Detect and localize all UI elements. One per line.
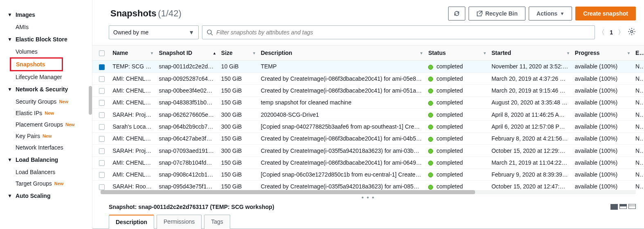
row-checkbox[interactable] bbox=[99, 160, 105, 166]
cell-snapshot-id: snap-07093aed191… bbox=[155, 145, 218, 156]
cell-description: Created by CreateImage(i-035f5a942018a36… bbox=[258, 181, 425, 190]
owner-filter-value: Owned by me bbox=[113, 29, 148, 36]
owner-filter-select[interactable]: Owned by me ▼ bbox=[109, 25, 199, 39]
sidebar-item[interactable]: Volumes bbox=[7, 46, 92, 57]
row-checkbox[interactable] bbox=[99, 88, 105, 94]
sidebar-section-header[interactable]: ▼Images bbox=[7, 8, 92, 21]
layout-split-icon[interactable] bbox=[619, 204, 627, 209]
horizontal-scrollbar[interactable] bbox=[101, 190, 636, 194]
sidebar-item[interactable]: Elastic IPsNew bbox=[7, 107, 92, 119]
col-progress[interactable]: Progress▾ bbox=[572, 45, 632, 61]
sidebar-section-header[interactable]: ▼Load Balancing bbox=[7, 153, 92, 166]
cell-size: 150 GiB bbox=[218, 97, 258, 109]
cell-snapshot-id: snap-048383f51b00… bbox=[155, 97, 218, 109]
table-row[interactable]: AMI: CHENL…snap-0908c412cb1…150 GiB[Copi… bbox=[92, 168, 644, 180]
cell-status: completed bbox=[425, 61, 488, 73]
tab-permissions[interactable]: Permissions bbox=[157, 215, 202, 229]
cell-encrypted: No bbox=[632, 84, 644, 96]
cell-status: completed bbox=[425, 73, 488, 84]
sidebar-section-header[interactable]: ▼Network & Security bbox=[7, 83, 92, 96]
row-checkbox[interactable] bbox=[99, 100, 105, 106]
cell-description: [Copied snap-06c03e1272d850c1b from eu-c… bbox=[258, 168, 425, 180]
cell-started: March 20, 2019 at 4:37:26 P… bbox=[488, 73, 572, 84]
recycle-bin-button[interactable]: Recycle Bin bbox=[469, 7, 525, 20]
sidebar-section-header[interactable]: ▼Elastic Block Store bbox=[7, 33, 92, 46]
tab-description[interactable]: Description bbox=[109, 215, 154, 229]
col-snapshot-id[interactable]: Snapshot ID▴ bbox=[155, 45, 218, 61]
create-snapshot-button[interactable]: Create snapshot bbox=[575, 7, 636, 20]
layout-full-icon[interactable] bbox=[610, 204, 618, 210]
cell-snapshot-id: snap-07c78b104fd5… bbox=[155, 156, 218, 168]
sidebar-item[interactable]: Snapshots bbox=[10, 57, 63, 71]
row-checkbox[interactable] bbox=[99, 124, 105, 130]
row-checkbox[interactable] bbox=[99, 148, 105, 154]
col-encrypted[interactable]: En bbox=[632, 45, 644, 61]
cell-encrypted: No bbox=[632, 109, 644, 120]
col-started[interactable]: Started▾ bbox=[488, 45, 572, 61]
refresh-button[interactable] bbox=[448, 7, 465, 20]
row-checkbox[interactable] bbox=[99, 112, 105, 118]
scrollbar-thumb[interactable] bbox=[101, 190, 475, 194]
cell-size: 150 GiB bbox=[218, 133, 258, 145]
pager-prev[interactable]: 〈 bbox=[598, 28, 605, 37]
refresh-icon bbox=[453, 10, 460, 17]
tab-tags[interactable]: Tags bbox=[204, 215, 230, 229]
settings-gear-icon[interactable] bbox=[628, 27, 636, 38]
sidebar-item[interactable]: Load Balancers bbox=[7, 166, 92, 178]
cell-started: March 21, 2019 at 11:04:22 … bbox=[488, 156, 572, 168]
sidebar: ▼ImagesAMIs▼Elastic Block StoreVolumesSn… bbox=[0, 0, 92, 229]
sidebar-item[interactable]: Lifecycle Manager bbox=[7, 71, 92, 83]
row-checkbox[interactable] bbox=[99, 184, 105, 190]
sidebar-item[interactable]: AMIs bbox=[7, 21, 92, 33]
col-status[interactable]: Status▾ bbox=[425, 45, 488, 61]
select-all-checkbox[interactable] bbox=[99, 50, 105, 56]
row-checkbox[interactable] bbox=[99, 76, 105, 82]
table-row[interactable]: Sarah's Loca…snap-064b2b9ccb7…300 GiB[Co… bbox=[92, 120, 644, 132]
table-row[interactable]: AMI: CHENL…snap-06c427abe3f8…150 GiBCrea… bbox=[92, 133, 644, 145]
table-row[interactable]: SARAH: Roo…snap-095d43e75f1c…150 GiBCrea… bbox=[92, 181, 644, 190]
cell-encrypted: No bbox=[632, 181, 644, 190]
search-box[interactable] bbox=[202, 25, 595, 39]
main-panel: Snapshots (1/42) Recycle Bin Actions ▼ C… bbox=[92, 0, 644, 229]
layout-collapse-icon[interactable] bbox=[628, 204, 636, 209]
caret-down-icon: ▼ bbox=[7, 157, 12, 163]
col-description[interactable]: Description▾ bbox=[258, 45, 425, 61]
sidebar-item[interactable]: Target GroupsNew bbox=[7, 178, 92, 189]
table-row[interactable]: TEMP: SCG …snap-0011d2c2e2d…10 GiBTEMPco… bbox=[92, 61, 644, 73]
table-row[interactable]: AMI: CHENL…snap-00925287c64…150 GiBCreat… bbox=[92, 73, 644, 84]
cell-status: completed bbox=[425, 156, 488, 168]
sidebar-item-label: Key Pairs bbox=[16, 133, 40, 139]
cell-started: November 11, 2020 at 3:52:… bbox=[488, 61, 572, 73]
sidebar-item-label: Snapshots bbox=[16, 61, 45, 68]
status-dot-icon bbox=[428, 161, 433, 166]
table-row[interactable]: AMI: CHENL…snap-048383f51b00…150 GiBtemp… bbox=[92, 97, 644, 109]
sidebar-section-header[interactable]: ▼Auto Scaling bbox=[7, 189, 92, 202]
sidebar-item[interactable]: Key PairsNew bbox=[7, 130, 92, 142]
sidebar-item[interactable]: Security GroupsNew bbox=[7, 96, 92, 107]
col-name[interactable]: Name▾ bbox=[109, 45, 155, 61]
row-checkbox[interactable] bbox=[99, 136, 105, 142]
row-checkbox[interactable] bbox=[99, 64, 105, 70]
cell-progress: available (100%) bbox=[572, 181, 632, 190]
sidebar-item[interactable]: Placement GroupsNew bbox=[7, 119, 92, 130]
table-row[interactable]: AMI: CHENL…snap-07c78b104fd5…150 GiBCrea… bbox=[92, 156, 644, 168]
cell-name: AMI: CHENL… bbox=[109, 168, 155, 180]
detail-tabs: Description Permissions Tags bbox=[92, 213, 644, 229]
table-row[interactable]: SARAH: Proj…snap-0626276605e…300 GiB2020… bbox=[92, 109, 644, 120]
sidebar-item[interactable]: Network Interfaces bbox=[7, 142, 92, 153]
sidebar-scrollbar[interactable] bbox=[89, 86, 92, 115]
search-input[interactable] bbox=[216, 29, 590, 36]
actions-button[interactable]: Actions ▼ bbox=[529, 7, 572, 20]
row-checkbox[interactable] bbox=[99, 172, 105, 178]
detail-splitter[interactable]: ● ● ● bbox=[92, 194, 644, 200]
cell-size: 150 GiB bbox=[218, 84, 258, 96]
table-row[interactable]: AMI: CHENL…snap-00bee3f4e02b…150 GiBCrea… bbox=[92, 84, 644, 96]
pager-next[interactable]: 〉 bbox=[618, 28, 624, 37]
caret-down-icon: ▼ bbox=[7, 12, 12, 18]
table-row[interactable]: SARAH: Proj…snap-07093aed191…300 GiBCrea… bbox=[92, 145, 644, 156]
col-size[interactable]: Size▾ bbox=[218, 45, 258, 61]
col-checkbox[interactable] bbox=[92, 45, 109, 61]
status-dot-icon bbox=[428, 125, 433, 129]
caret-down-icon: ▼ bbox=[7, 36, 12, 42]
cell-encrypted: No bbox=[632, 120, 644, 132]
